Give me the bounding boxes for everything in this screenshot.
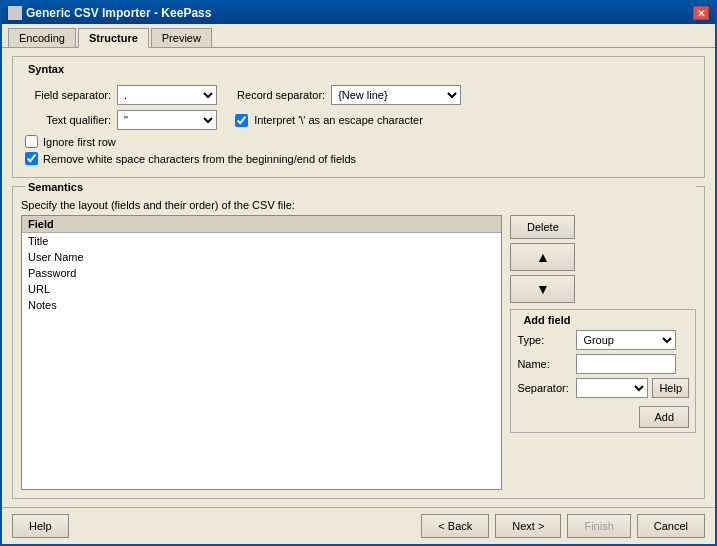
semantics-group: Semantics Specify the layout (fields and… [12,186,705,499]
list-controls: Delete ▲ ▼ [510,215,696,303]
list-item[interactable]: Title [22,233,501,249]
add-field-type-select[interactable]: Group Title User Name Password URL Notes… [576,330,676,350]
add-field-type-row: Type: Group Title User Name Password URL… [517,330,689,350]
add-field-separator-label: Separator: [517,382,572,394]
record-separator-label: Record separator: [235,89,325,101]
add-field-help-button[interactable]: Help [652,378,689,398]
add-field-name-row: Name: [517,354,689,374]
text-qualifier-row: Text qualifier: " Interpret '\' as an es… [21,110,696,130]
app-icon [8,6,22,20]
remove-whitespace-row: Remove white space characters from the b… [21,152,696,165]
ignore-first-row-label: Ignore first row [43,136,116,148]
semantics-group-label: Semantics [25,181,696,193]
back-button[interactable]: < Back [421,514,489,538]
list-item[interactable]: User Name [22,249,501,265]
fields-list: Field Title User Name Password URL Notes [21,215,502,490]
interpret-escape-checkbox[interactable] [235,114,248,127]
next-button[interactable]: Next > [495,514,561,538]
list-item[interactable]: Notes [22,297,501,313]
finish-button[interactable]: Finish [567,514,630,538]
cancel-button[interactable]: Cancel [637,514,705,538]
record-separator-select[interactable]: {New line} [331,85,461,105]
tab-encoding[interactable]: Encoding [8,28,76,47]
main-content: Syntax Field separator: . Record separat… [2,48,715,507]
text-qualifier-select[interactable]: " [117,110,217,130]
add-field-name-input[interactable] [576,354,676,374]
move-up-button[interactable]: ▲ [510,243,575,271]
add-field-name-label: Name: [517,358,572,370]
titlebar-left: Generic CSV Importer - KeePass [8,6,211,20]
tab-preview[interactable]: Preview [151,28,212,47]
close-button[interactable]: ✕ [693,6,709,20]
syntax-group: Syntax Field separator: . Record separat… [12,56,705,178]
remove-whitespace-label: Remove white space characters from the b… [43,153,356,165]
remove-whitespace-checkbox[interactable] [25,152,38,165]
footer-right: < Back Next > Finish Cancel [421,514,705,538]
field-separator-select[interactable]: . [117,85,217,105]
footer: Help < Back Next > Finish Cancel [2,507,715,544]
ignore-first-row-checkbox[interactable] [25,135,38,148]
add-field-group: Add field Type: Group Title User Name Pa… [510,309,696,433]
semantics-layout: Field Title User Name Password URL Notes… [21,215,696,490]
tab-structure[interactable]: Structure [78,28,149,48]
help-button[interactable]: Help [12,514,69,538]
interpret-escape-label: Interpret '\' as an escape character [254,114,423,126]
main-window: Generic CSV Importer - KeePass ✕ Encodin… [0,0,717,546]
field-separator-label: Field separator: [21,89,111,101]
list-item[interactable]: Password [22,265,501,281]
add-button[interactable]: Add [639,406,689,428]
window-title: Generic CSV Importer - KeePass [26,6,211,20]
add-field-group-label: Add field [521,314,572,326]
titlebar: Generic CSV Importer - KeePass ✕ [2,2,715,24]
add-field-type-label: Type: [517,334,572,346]
delete-button[interactable]: Delete [510,215,575,239]
list-item[interactable]: URL [22,281,501,297]
ignore-first-row-row: Ignore first row [21,135,696,148]
add-field-separator-row: Separator: Help [517,378,689,398]
syntax-group-label: Syntax [25,63,67,75]
right-panel: Delete ▲ ▼ Add field Type: Group Title U [510,215,696,490]
move-down-button[interactable]: ▼ [510,275,575,303]
tab-bar: Encoding Structure Preview [2,24,715,48]
field-separator-row: Field separator: . Record separator: {Ne… [21,85,696,105]
text-qualifier-label: Text qualifier: [21,114,111,126]
field-column-header: Field [22,216,501,233]
add-field-separator-select[interactable] [576,378,648,398]
semantics-specify-label: Specify the layout (fields and their ord… [21,199,696,211]
